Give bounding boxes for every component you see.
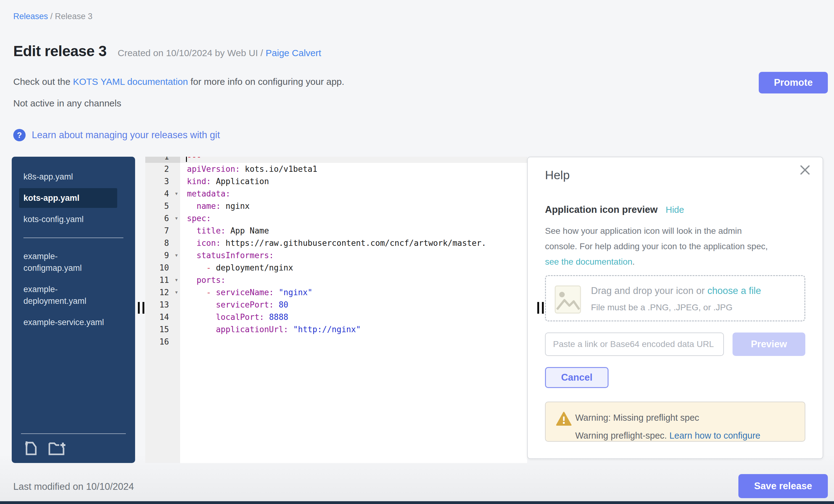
line-number: 2▾ bbox=[145, 163, 180, 175]
sidebar-file-k8s-app-yaml[interactable]: k8s-app.yaml bbox=[19, 167, 117, 187]
text-cursor bbox=[186, 157, 187, 162]
git-help-label: Learn about managing your releases with … bbox=[32, 130, 220, 141]
line-number: 6▾ bbox=[145, 212, 180, 224]
line-number: 14▾ bbox=[145, 311, 180, 323]
line-number: 16▾ bbox=[145, 335, 180, 348]
breadcrumb-releases-link[interactable]: Releases bbox=[13, 12, 48, 21]
code-text[interactable]: apiVersion: kots.io/v1beta1 bbox=[180, 163, 527, 175]
code-line-14[interactable]: 14▾ localPort: 8888 bbox=[145, 311, 527, 323]
code-text[interactable]: ports: bbox=[180, 274, 527, 286]
file-sidebar: k8s-app.yamlkots-app.yamlkots-config.yam… bbox=[12, 157, 135, 463]
code-line-12[interactable]: 12▾ - serviceName: "nginx" bbox=[145, 286, 527, 299]
code-text[interactable]: servicePort: 80 bbox=[180, 299, 527, 311]
image-placeholder-icon bbox=[554, 283, 581, 315]
line-number: 7▾ bbox=[145, 224, 180, 237]
kots-yaml-doc-link[interactable]: KOTS YAML documentation bbox=[73, 76, 188, 87]
line-number: 8▾ bbox=[145, 237, 180, 249]
breadcrumb-current: Release 3 bbox=[55, 12, 92, 21]
sidebar-file-kots-app-yaml[interactable]: kots-app.yaml bbox=[19, 188, 117, 208]
code-text[interactable]: --- bbox=[180, 157, 527, 163]
fold-arrow-icon[interactable]: ▾ bbox=[175, 249, 178, 262]
code-line-2[interactable]: 2▾apiVersion: kots.io/v1beta1 bbox=[145, 163, 527, 175]
line-number: 13▾ bbox=[145, 299, 180, 311]
code-text[interactable]: metadata: bbox=[180, 188, 527, 200]
line-number: 12▾ bbox=[145, 286, 180, 299]
code-line-10[interactable]: 10▾ - deployment/nginx bbox=[145, 262, 527, 274]
sidebar-divider bbox=[23, 238, 123, 238]
warning-configure-link[interactable]: Learn how to configure bbox=[669, 431, 760, 440]
line-number: 5▾ bbox=[145, 200, 180, 212]
code-text[interactable]: title: App Name bbox=[180, 224, 527, 237]
hide-link[interactable]: Hide bbox=[665, 205, 684, 215]
icon-url-input[interactable] bbox=[545, 332, 724, 356]
warning-title: Warning: Missing preflight spec bbox=[575, 413, 699, 423]
line-number: 10▾ bbox=[145, 262, 180, 274]
help-panel-resize-handle[interactable] bbox=[537, 302, 544, 314]
code-text[interactable]: name: nginx bbox=[180, 200, 527, 212]
fold-arrow-icon[interactable]: ▾ bbox=[175, 286, 178, 299]
warning-body: Warning preflight-spec. Learn how to con… bbox=[575, 431, 760, 441]
line-number: 1▾ bbox=[145, 157, 180, 163]
code-line-9[interactable]: 9▾ statusInformers: bbox=[145, 249, 527, 262]
warning-triangle-icon bbox=[556, 412, 572, 426]
line-number: 15▾ bbox=[145, 323, 180, 335]
icon-dropzone[interactable]: Drag and drop your icon or choose a file… bbox=[545, 275, 805, 322]
code-line-4[interactable]: 4▾metadata: bbox=[145, 188, 527, 200]
promote-button[interactable]: Promote bbox=[759, 72, 828, 93]
new-folder-icon[interactable] bbox=[48, 440, 65, 456]
sidebar-file-list-top: k8s-app.yamlkots-app.yamlkots-config.yam… bbox=[19, 165, 128, 231]
sidebar-file-list-bottom: example-configmap.yamlexample-deployment… bbox=[19, 245, 128, 334]
code-text[interactable]: - deployment/nginx bbox=[180, 262, 527, 274]
dropzone-instruction: Drag and drop your icon or choose a file bbox=[591, 285, 761, 297]
git-releases-help-link[interactable]: ? Learn about managing your releases wit… bbox=[13, 129, 220, 141]
code-line-15[interactable]: 15▾ applicationUrl: "http://nginx" bbox=[145, 323, 527, 335]
code-text[interactable] bbox=[180, 335, 527, 348]
save-release-button[interactable]: Save release bbox=[739, 474, 828, 498]
code-line-16[interactable]: 16▾ bbox=[145, 335, 527, 348]
code-text[interactable]: spec: bbox=[180, 212, 527, 224]
sidebar-footer-divider bbox=[21, 433, 126, 434]
intro-text: Check out the KOTS YAML documentation fo… bbox=[13, 76, 344, 87]
choose-file-link[interactable]: choose a file bbox=[707, 285, 761, 296]
code-line-13[interactable]: 13▾ servicePort: 80 bbox=[145, 299, 527, 311]
dropzone-requirements: File must be a .PNG, .JPEG, or .JPG bbox=[591, 303, 732, 312]
code-line-11[interactable]: 11▾ ports: bbox=[145, 274, 527, 286]
sidebar-footer bbox=[19, 433, 128, 456]
line-number: 4▾ bbox=[145, 188, 180, 200]
code-text[interactable]: statusInformers: bbox=[180, 249, 527, 262]
sidebar-file-example-configmap-yaml[interactable]: example-configmap.yaml bbox=[19, 246, 117, 278]
sidebar-file-example-deployment-yaml[interactable]: example-deployment.yaml bbox=[19, 280, 117, 311]
page-title: Edit release 3 bbox=[13, 43, 107, 60]
created-by-text: Created on 10/10/2024 by Web UI / Paige … bbox=[118, 48, 322, 58]
see-documentation-link[interactable]: see the documentation bbox=[545, 257, 632, 266]
code-text[interactable]: applicationUrl: "http://nginx" bbox=[180, 323, 527, 335]
sidebar-file-example-service-yaml[interactable]: example-service.yaml bbox=[19, 312, 117, 332]
last-modified-text: Last modified on 10/10/2024 bbox=[13, 481, 134, 492]
preview-button[interactable]: Preview bbox=[732, 332, 805, 356]
code-line-7[interactable]: 7▾ title: App Name bbox=[145, 224, 527, 237]
line-number: 3▾ bbox=[145, 175, 180, 188]
code-text[interactable]: icon: https://raw.githubusercontent.com/… bbox=[180, 237, 527, 249]
code-text[interactable]: - serviceName: "nginx" bbox=[180, 286, 527, 299]
code-text[interactable]: kind: Application bbox=[180, 175, 527, 188]
author-link[interactable]: Paige Calvert bbox=[266, 48, 321, 58]
code-line-6[interactable]: 6▾spec: bbox=[145, 212, 527, 224]
code-line-3[interactable]: 3▾kind: Application bbox=[145, 175, 527, 188]
fold-arrow-icon[interactable]: ▾ bbox=[175, 188, 178, 200]
sidebar-file-kots-config-yaml[interactable]: kots-config.yaml bbox=[19, 210, 117, 229]
code-text[interactable]: localPort: 8888 bbox=[180, 311, 527, 323]
cancel-button[interactable]: Cancel bbox=[545, 367, 609, 388]
yaml-code-editor[interactable]: 1▾---2▾apiVersion: kots.io/v1beta13▾kind… bbox=[145, 157, 527, 463]
sidebar-resize-handle[interactable] bbox=[138, 302, 145, 314]
code-line-5[interactable]: 5▾ name: nginx bbox=[145, 200, 527, 212]
fold-arrow-icon[interactable]: ▾ bbox=[175, 274, 178, 286]
code-line-8[interactable]: 8▾ icon: https://raw.githubusercontent.c… bbox=[145, 237, 527, 249]
line-number: 9▾ bbox=[145, 249, 180, 262]
help-panel: Help Application icon preview Hide See h… bbox=[527, 157, 823, 459]
breadcrumb: Releases / Release 3 bbox=[13, 12, 92, 21]
new-file-icon[interactable] bbox=[24, 440, 38, 456]
close-icon[interactable] bbox=[799, 164, 811, 176]
icon-preview-description: See how your application icon will look … bbox=[545, 223, 768, 269]
fold-arrow-icon[interactable]: ▾ bbox=[175, 212, 178, 224]
code-line-1[interactable]: 1▾--- bbox=[145, 157, 527, 163]
